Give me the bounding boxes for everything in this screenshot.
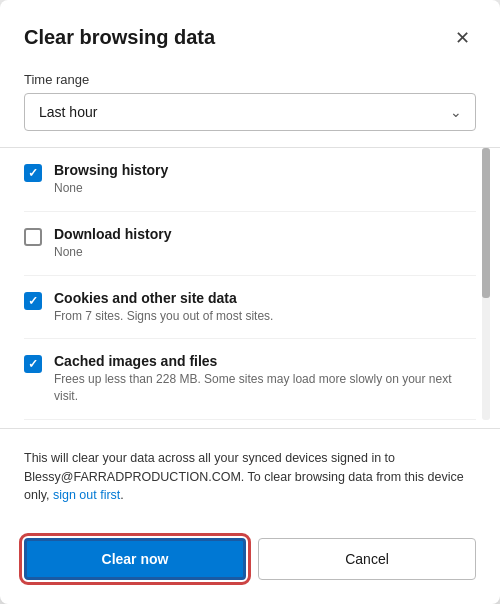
download-history-text: Download history None [54,226,476,261]
download-history-checkbox-wrapper[interactable] [24,228,42,246]
cookies-desc: From 7 sites. Signs you out of most site… [54,308,476,325]
browsing-history-checkbox-wrapper[interactable] [24,164,42,182]
clear-browsing-data-dialog: Clear browsing data ✕ Time range Last ho… [0,0,500,604]
cached-images-checkbox-wrapper[interactable] [24,355,42,373]
cookies-item: Cookies and other site data From 7 sites… [24,276,476,340]
info-text-after: . [120,488,123,502]
clear-now-button[interactable]: Clear now [24,538,246,580]
cookies-text: Cookies and other site data From 7 sites… [54,290,476,325]
cached-images-checkbox[interactable] [24,355,42,373]
cookies-label: Cookies and other site data [54,290,476,306]
options-area: Browsing history None Download history N… [24,148,476,420]
sign-out-first-link[interactable]: sign out first [53,488,120,502]
info-text: This will clear your data across all you… [24,449,476,505]
time-range-wrapper: Last hourLast 24 hoursLast 7 daysLast 4 … [24,93,476,131]
browsing-history-desc: None [54,180,476,197]
cached-images-item: Cached images and files Frees up less th… [24,339,476,420]
scrollbar-track [482,148,490,420]
time-range-select[interactable]: Last hourLast 24 hoursLast 7 daysLast 4 … [24,93,476,131]
download-history-item: Download history None [24,212,476,276]
button-row: Clear now Cancel [24,538,476,580]
download-history-checkbox[interactable] [24,228,42,246]
download-history-desc: None [54,244,476,261]
dialog-title: Clear browsing data [24,24,215,50]
cached-images-desc: Frees up less than 228 MB. Some sites ma… [54,371,476,405]
cookies-checkbox-wrapper[interactable] [24,292,42,310]
download-history-label: Download history [54,226,476,242]
browsing-history-label: Browsing history [54,162,476,178]
cookies-checkbox[interactable] [24,292,42,310]
cached-images-text: Cached images and files Frees up less th… [54,353,476,405]
close-button[interactable]: ✕ [448,24,476,52]
scrollbar-thumb [482,148,490,298]
cancel-button[interactable]: Cancel [258,538,476,580]
cached-images-label: Cached images and files [54,353,476,369]
bottom-divider [0,428,500,429]
time-range-label: Time range [24,72,476,87]
browsing-history-item: Browsing history None [24,148,476,212]
dialog-header: Clear browsing data ✕ [24,24,476,52]
browsing-history-checkbox[interactable] [24,164,42,182]
browsing-history-text: Browsing history None [54,162,476,197]
